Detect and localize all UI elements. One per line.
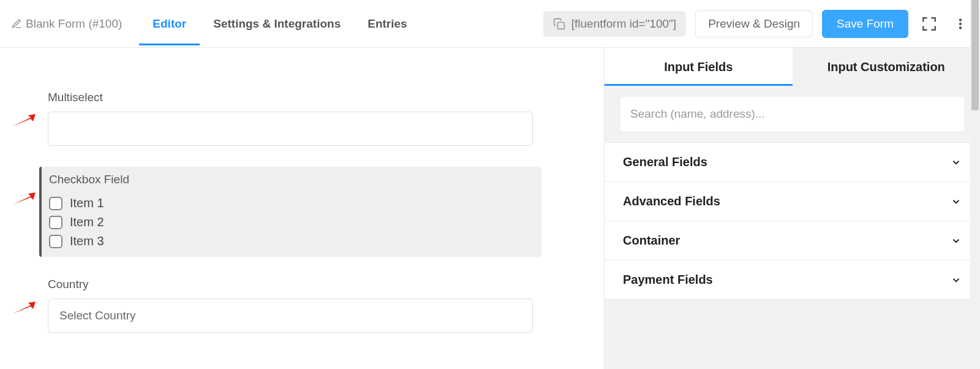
tab-editor[interactable]: Editor [139, 0, 200, 47]
field-country[interactable]: Country Select Country [39, 272, 541, 339]
main: Multiselect Checkbox Field Item 1 Item 2… [0, 48, 980, 369]
sidebar-tab-input-customization[interactable]: Input Customization [793, 48, 981, 86]
svg-point-2 [959, 23, 962, 25]
save-form-button[interactable]: Save Form [822, 10, 908, 38]
chevron-down-icon [951, 196, 962, 207]
svg-rect-0 [557, 22, 564, 29]
chevron-down-icon [951, 157, 962, 168]
pencil-icon [11, 18, 22, 29]
checkbox-option[interactable]: Item 2 [49, 213, 533, 232]
field-label: Multiselect [48, 91, 533, 104]
field-label: Country [48, 278, 533, 291]
scrollbar-thumb[interactable] [971, 0, 979, 110]
sidebar: Input Fields Input Customization General… [604, 48, 980, 369]
checkbox-box[interactable] [49, 197, 62, 210]
annotation-arrow [11, 114, 36, 127]
sidebar-tabs: Input Fields Input Customization [605, 48, 980, 86]
fullscreen-button[interactable] [918, 12, 941, 36]
annotation-arrow [11, 302, 36, 315]
checkbox-label: Item 2 [70, 215, 104, 229]
checkbox-label: Item 3 [70, 234, 104, 248]
field-multiselect[interactable]: Multiselect [39, 85, 541, 152]
tab-label: Settings & Integrations [213, 17, 341, 31]
form-canvas: Multiselect Checkbox Field Item 1 Item 2… [0, 48, 604, 369]
copy-icon [553, 18, 565, 30]
group-advanced-fields[interactable]: Advanced Fields [605, 182, 980, 221]
group-label: General Fields [623, 155, 707, 169]
field-label: Checkbox Field [49, 173, 533, 186]
more-options-button[interactable] [950, 13, 971, 34]
chevron-down-icon [951, 275, 962, 286]
tab-label: Entries [368, 17, 407, 31]
sidebar-tab-input-fields[interactable]: Input Fields [605, 48, 793, 86]
field-checkbox[interactable]: Checkbox Field Item 1 Item 2 Item 3 [39, 167, 541, 257]
topbar-right: [fluentform id="100"] Preview & Design S… [543, 10, 971, 38]
stab-label: Input Fields [664, 60, 733, 74]
field-groups: General Fields Advanced Fields Container… [605, 142, 980, 300]
shortcode-button[interactable]: [fluentform id="100"] [543, 11, 686, 37]
svg-point-3 [959, 26, 962, 29]
sidebar-search-wrap [605, 86, 980, 142]
group-payment-fields[interactable]: Payment Fields [605, 261, 980, 300]
group-general-fields[interactable]: General Fields [605, 143, 980, 182]
shortcode-text: [fluentform id="100"] [571, 17, 676, 31]
multiselect-input[interactable] [48, 112, 533, 146]
group-container[interactable]: Container [605, 221, 980, 261]
annotation-arrow [11, 192, 36, 206]
checkbox-label: Item 1 [70, 196, 104, 210]
topbar-tabs: Editor Settings & Integrations Entries [139, 0, 420, 47]
kebab-icon [954, 17, 967, 31]
tab-entries[interactable]: Entries [354, 0, 420, 47]
sidebar-search-input[interactable] [620, 97, 964, 131]
preview-design-button[interactable]: Preview & Design [695, 10, 813, 37]
country-select[interactable]: Select Country [48, 299, 533, 333]
group-label: Advanced Fields [623, 194, 720, 208]
select-placeholder: Select Country [59, 309, 136, 322]
stab-label: Input Customization [827, 60, 945, 74]
group-label: Payment Fields [623, 273, 713, 287]
form-title-text: Blank Form (#100) [26, 17, 122, 31]
form-title[interactable]: Blank Form (#100) [11, 17, 122, 31]
topbar: Blank Form (#100) Editor Settings & Inte… [0, 0, 980, 48]
chevron-down-icon [951, 235, 962, 246]
checkbox-box[interactable] [49, 216, 62, 229]
checkbox-option[interactable]: Item 1 [49, 194, 533, 213]
group-label: Container [623, 234, 680, 248]
tab-label: Editor [153, 17, 186, 31]
scrollbar[interactable] [970, 0, 980, 369]
tab-settings-integrations[interactable]: Settings & Integrations [200, 0, 354, 47]
checkbox-box[interactable] [49, 235, 62, 248]
fullscreen-icon [921, 16, 937, 32]
checkbox-option[interactable]: Item 3 [49, 232, 533, 251]
svg-point-1 [959, 18, 962, 21]
